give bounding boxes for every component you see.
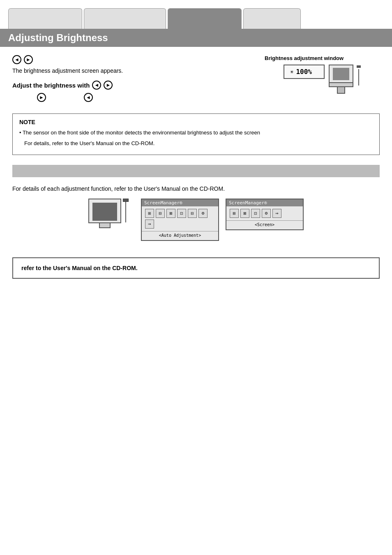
title-bar: Adjusting Brightness <box>0 29 392 47</box>
page-header <box>0 0 392 29</box>
sm-panel1-icons: ⊞ ⊟ ⊠ ⊡ ⊟ ⚙ ⇒ <box>142 206 218 231</box>
sm-monitor-base <box>99 223 111 228</box>
sm-icon-s4: ⚙ <box>262 209 271 218</box>
sm-icon-2: ⊟ <box>156 209 165 218</box>
note-bullet: • The sensor on the front side of the mo… <box>19 129 373 137</box>
step2-left-btn[interactable]: ◄ <box>92 81 101 90</box>
sm-icon-1: ⊞ <box>145 209 154 218</box>
sm-slider-track <box>125 202 126 222</box>
step2-left-btn2[interactable]: ◄ <box>84 93 93 102</box>
sm-icon-7: ⇒ <box>145 220 154 229</box>
sm-icon-5: ⊟ <box>188 209 197 218</box>
left-arrow-btn[interactable]: ◄ <box>12 55 21 64</box>
tab-3[interactable] <box>168 8 242 29</box>
step2-right-btn2[interactable]: ► <box>37 93 46 102</box>
sm-panel1-title: ScreenManager® <box>142 199 218 206</box>
sm-slider-handle <box>123 199 129 202</box>
section-bar <box>12 165 380 177</box>
note-box: NOTE • The sensor on the front side of t… <box>12 113 380 155</box>
monitor-body <box>329 65 353 83</box>
slider-line <box>358 69 359 86</box>
note-details: For details, refer to the User's Manual … <box>24 139 373 148</box>
note-title: NOTE <box>19 119 373 125</box>
sm-monitor-assembly <box>88 199 121 228</box>
tab-strip <box>0 0 392 29</box>
sm-icon-4: ⊡ <box>177 209 186 218</box>
sm-panel-screen: ScreenManager® ⊞ ⊠ ⊡ ⚙ ⇒ <Screen> <box>226 199 304 230</box>
monitor-controls <box>329 83 353 87</box>
page-title: Adjusting Brightness <box>8 32 384 44</box>
tab-2[interactable] <box>84 8 166 29</box>
sm-panel2-label: <Screen> <box>226 220 303 229</box>
sm-slider-container <box>123 199 129 222</box>
brightness-value: 100% <box>296 68 312 76</box>
step2-line: Adjust the brightness with ◄ ► <box>12 81 252 90</box>
sm-icon-s1: ⊞ <box>230 209 239 218</box>
monitor-diagram: ☀ 100% <box>265 65 380 94</box>
sun-icon: ☀ <box>290 69 293 75</box>
monitor-assembly <box>329 65 353 94</box>
sm-monitor-screen <box>88 199 121 223</box>
tab-1[interactable] <box>8 8 82 29</box>
steps-left: ◄ ► The brightness adjustment screen app… <box>12 55 252 105</box>
step2-right-btn[interactable]: ► <box>104 81 113 90</box>
slider-track <box>357 65 361 86</box>
sm-panel2-title: ScreenManager® <box>226 199 303 206</box>
step1-text: The brightness adjustment screen appears… <box>12 67 252 74</box>
sm-panel-auto: ScreenManager® ⊞ ⊟ ⊠ ⊡ ⊟ ⚙ ⇒ <Auto Adjus… <box>141 199 219 241</box>
step2-prefix: Adjust the brightness with <box>12 82 90 89</box>
sm-icon-s3: ⊡ <box>251 209 260 218</box>
monitor-stand <box>337 87 345 94</box>
sm-icon-6: ⚙ <box>198 209 208 218</box>
brightness-display-box: ☀ 100% <box>284 65 325 79</box>
tab-4[interactable] <box>243 8 301 29</box>
monitor-with-slider <box>329 65 361 94</box>
reference-box: refer to the User's Manual on the CD-ROM… <box>12 257 380 279</box>
slider-handle <box>357 65 361 68</box>
step2-subline: ► ◄ <box>37 93 252 102</box>
sm-panel2-icons: ⊞ ⊠ ⊡ ⚙ ⇒ <box>226 206 303 220</box>
sm-icon-3: ⊠ <box>166 209 175 218</box>
brightness-display: ☀ 100% <box>284 65 325 79</box>
screen-manager-area: ScreenManager® ⊞ ⊟ ⊠ ⊡ ⊟ ⚙ ⇒ <Auto Adjus… <box>12 199 380 241</box>
sm-icon-s5: ⇒ <box>272 209 281 218</box>
step-buttons-row: ◄ ► <box>12 55 252 64</box>
sm-panel1-label: <Auto Adjustment> <box>142 231 218 240</box>
main-content: ◄ ► The brightness adjustment screen app… <box>0 47 392 287</box>
brightness-window-label: Brightness adjustment window <box>265 55 380 61</box>
sm-icon-s2: ⊠ <box>240 209 249 218</box>
brightness-window: Brightness adjustment window ☀ 100% <box>265 55 380 105</box>
sm-monitor-container <box>88 199 129 228</box>
for-details-text: For details of each adjustment function,… <box>12 185 380 192</box>
reference-text: refer to the User's Manual on the CD-ROM… <box>21 265 138 271</box>
steps-section: ◄ ► The brightness adjustment screen app… <box>12 55 380 105</box>
right-arrow-btn[interactable]: ► <box>24 55 33 64</box>
